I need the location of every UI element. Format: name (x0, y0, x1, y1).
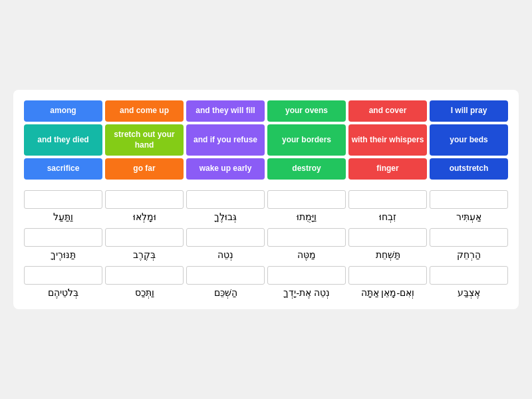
match-box-15[interactable] (186, 266, 265, 285)
match-item-6: אַעְתִּיר (430, 190, 508, 223)
match-item-12: הַרְחֵק (430, 228, 508, 261)
word-btn-go-far[interactable]: go far (105, 158, 184, 180)
match-box-14[interactable] (105, 266, 184, 285)
match-item-18: אֶצְבַּע (430, 266, 508, 299)
match-box-10[interactable] (267, 228, 346, 247)
matching-section: וַתַּעַל וּמָלְאוּ גְּבוּלֶךָ וַיָּמֻתוּ… (24, 190, 508, 299)
match-item-14: וַתְּכַס (105, 266, 184, 299)
match-text-17: וְאִם‑מָאֵן אַתָּה (361, 287, 414, 299)
word-btn-stretch-out-your-hand[interactable]: stretch out your hand (105, 124, 184, 156)
word-btn-and-come-up[interactable]: and come up (105, 100, 184, 122)
match-text-10: מַטֶּה‎ (297, 249, 316, 261)
match-text-11: תַּשְׁחֵת (376, 249, 400, 261)
match-text-6: אַעְתִּיר (456, 211, 481, 223)
word-btn-your-borders[interactable]: your borders (267, 124, 346, 156)
match-box-2[interactable] (105, 190, 184, 209)
match-item-8: בְּקֶרֶב (105, 228, 184, 261)
match-box-4[interactable] (267, 190, 346, 209)
match-text-18: אֶצְבַּע (458, 287, 480, 299)
word-btn-and-cover[interactable]: and cover (348, 100, 427, 122)
word-btn-and-they-died[interactable]: and they died (24, 124, 102, 156)
match-item-1: וַתַּעַל (24, 190, 102, 223)
match-item-13: בְּלֹטֵיהֶם (24, 266, 102, 299)
word-btn-destroy[interactable]: destroy (267, 158, 346, 180)
match-box-16[interactable] (267, 266, 346, 285)
match-box-7[interactable] (24, 228, 102, 247)
match-item-9: נְטֵה (186, 228, 265, 261)
word-btn-i-will-pray[interactable]: I will pray (430, 100, 508, 122)
match-item-2: וּמָלְאוּ (105, 190, 184, 223)
match-text-9: נְטֵה (217, 249, 233, 261)
match-text-4: וַיָּמֻתוּ (297, 211, 317, 223)
match-box-17[interactable] (348, 266, 427, 285)
match-text-3: גְּבוּלֶךָ (214, 211, 237, 223)
word-btn-finger[interactable]: finger (348, 158, 427, 180)
match-box-9[interactable] (186, 228, 265, 247)
match-text-1: וַתַּעַל (53, 211, 73, 223)
match-text-15: הַשְׁכֵּם (214, 287, 237, 299)
word-bank: among and come up and they will fill you… (24, 100, 508, 179)
match-box-6[interactable] (430, 190, 508, 209)
match-item-17: וְאִם‑מָאֵן אַתָּה (348, 266, 427, 299)
match-text-12: הַרְחֵק (457, 249, 481, 261)
word-btn-among[interactable]: among (24, 100, 102, 122)
match-text-13: בְּלֹטֵיהֶם (48, 287, 78, 299)
match-text-7: תַּנּוּרֶיךָ (51, 249, 76, 261)
word-btn-and-they-will-fill[interactable]: and they will fill (186, 100, 265, 122)
word-btn-with-their-whispers[interactable]: with their whispers (348, 124, 427, 156)
match-item-3: גְּבוּלֶךָ (186, 190, 265, 223)
match-text-14: וַתְּכַס (135, 287, 154, 299)
match-box-3[interactable] (186, 190, 265, 209)
match-box-13[interactable] (24, 266, 102, 285)
match-box-11[interactable] (348, 228, 427, 247)
word-btn-your-ovens[interactable]: your ovens (267, 100, 346, 122)
word-btn-sacrifice[interactable]: sacrifice (24, 158, 102, 180)
match-box-8[interactable] (105, 228, 184, 247)
match-item-11: תַּשְׁחֵת (348, 228, 427, 261)
main-container: among and come up and they will fill you… (13, 90, 519, 309)
word-btn-outstretch[interactable]: outstretch (430, 158, 508, 180)
word-btn-your-beds[interactable]: your beds (430, 124, 508, 156)
match-box-1[interactable] (24, 190, 102, 209)
match-box-18[interactable] (430, 266, 508, 285)
word-btn-and-if-you-refuse[interactable]: and if you refuse (186, 124, 265, 156)
match-text-16: נְטֵה אֶת‑יָדְךָ (283, 287, 329, 299)
match-text-8: בְּקֶרֶב (133, 249, 156, 261)
match-text-2: וּמָלְאוּ (133, 211, 156, 223)
match-item-7: תַּנּוּרֶיךָ (24, 228, 102, 261)
match-item-10: מַטֶּה‎ (267, 228, 346, 261)
match-box-5[interactable] (348, 190, 427, 209)
match-item-15: הַשְׁכֵּם (186, 266, 265, 299)
word-btn-wake-up-early[interactable]: wake up early (186, 158, 265, 180)
match-item-4: וַיָּמֻתוּ (267, 190, 346, 223)
match-box-12[interactable] (430, 228, 508, 247)
match-item-5: זִבְחוּ (348, 190, 427, 223)
match-item-16: נְטֵה אֶת‑יָדְךָ (267, 266, 346, 299)
match-row-3: בְּלֹטֵיהֶם וַתְּכַס הַשְׁכֵּם נְטֵה אֶת… (24, 266, 508, 299)
match-text-5: זִבְחוּ (379, 211, 396, 223)
match-row-2: תַּנּוּרֶיךָ בְּקֶרֶב נְטֵה מַטֶּה‎ תַּש… (24, 228, 508, 261)
match-row-1: וַתַּעַל וּמָלְאוּ גְּבוּלֶךָ וַיָּמֻתוּ… (24, 190, 508, 223)
